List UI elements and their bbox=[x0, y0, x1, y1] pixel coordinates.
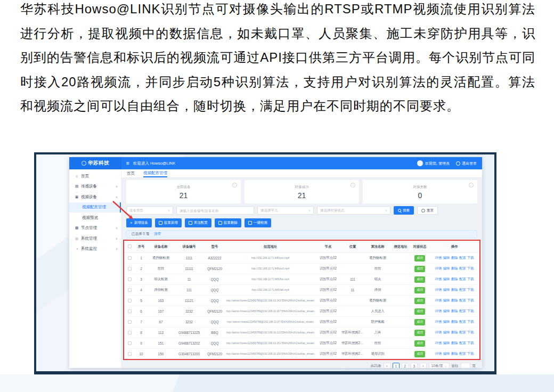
table-cell: 111 bbox=[174, 285, 204, 296]
sidebar-item[interactable]: ▣视频设备∧ bbox=[69, 192, 121, 202]
op-link[interactable]: 配置 bbox=[459, 266, 466, 270]
op-link[interactable]: 下载 bbox=[467, 266, 474, 270]
op-link[interactable]: 编辑 bbox=[443, 298, 450, 302]
device-type-select[interactable]: 设备类型∨ bbox=[126, 206, 173, 215]
op-link[interactable]: 配置 bbox=[459, 298, 466, 302]
op-link[interactable]: 编辑 bbox=[443, 266, 450, 270]
op-link[interactable]: 下载 bbox=[467, 298, 474, 302]
op-link[interactable]: 下载 bbox=[467, 341, 474, 345]
add-device-button[interactable]: +新增设备 bbox=[126, 218, 152, 227]
algorithm-config-button[interactable]: 算法配置 bbox=[185, 218, 211, 227]
op-link[interactable]: 编辑 bbox=[443, 256, 450, 259]
menu-toggle-icon[interactable]: ≡ bbox=[126, 161, 129, 166]
op-link[interactable]: 配置 bbox=[459, 352, 466, 355]
select-all-checkbox[interactable] bbox=[128, 244, 132, 248]
sidebar-item[interactable]: ◎系统管理∨ bbox=[69, 233, 121, 244]
op-link[interactable]: 删除 bbox=[451, 298, 458, 302]
op-link[interactable]: 配置 bbox=[459, 330, 466, 334]
row-checkbox[interactable] bbox=[128, 277, 132, 281]
batch-delete-button[interactable]: 批量删除 bbox=[215, 218, 241, 227]
node-select[interactable]: 请选择节点∨ bbox=[257, 206, 314, 215]
row-checkbox[interactable] bbox=[128, 299, 132, 303]
row-checkbox[interactable] bbox=[128, 341, 132, 345]
op-link[interactable]: 下载 bbox=[467, 309, 474, 313]
stat-value: 21 bbox=[126, 191, 241, 200]
row-checkbox[interactable] bbox=[128, 256, 132, 260]
op-link[interactable]: 详情 bbox=[435, 288, 442, 291]
op-link[interactable]: 删除 bbox=[451, 288, 458, 291]
op-link[interactable]: 详情 bbox=[435, 277, 442, 281]
ops-cell: 详情编辑删除配置下载 bbox=[429, 264, 479, 274]
sidebar-item[interactable]: 视频预览 bbox=[69, 213, 121, 223]
sidebar-item-label: 首页 bbox=[81, 174, 89, 179]
pagination-prev-button[interactable]: ‹ bbox=[384, 363, 390, 368]
link-status-select[interactable]: 请选择对接状态∨ bbox=[317, 206, 390, 215]
op-link[interactable]: 配置 bbox=[459, 288, 466, 291]
op-link[interactable]: 编辑 bbox=[443, 330, 450, 334]
batch-add-button[interactable]: 批量新增 bbox=[155, 218, 182, 227]
pagination-page-button[interactable]: 2 bbox=[402, 363, 409, 368]
op-link[interactable]: 配置 bbox=[459, 341, 466, 345]
pagination-page-button[interactable]: 3 bbox=[411, 363, 418, 368]
sidebar-item[interactable]: ◔系统监控∨ bbox=[69, 244, 121, 255]
row-checkbox[interactable] bbox=[128, 331, 132, 334]
pagination-pages: 123 bbox=[393, 363, 418, 368]
goto-page-input[interactable] bbox=[461, 363, 470, 368]
op-link[interactable]: 详情 bbox=[435, 266, 442, 270]
status-cell: 成功 bbox=[410, 349, 429, 360]
op-link[interactable]: 编辑 bbox=[443, 309, 450, 313]
op-link[interactable]: 详情 bbox=[435, 330, 442, 334]
op-link[interactable]: 下载 bbox=[467, 256, 474, 259]
op-link[interactable]: 下载 bbox=[467, 288, 474, 291]
op-link[interactable]: 编辑 bbox=[443, 277, 450, 281]
op-link[interactable]: 详情 bbox=[435, 320, 442, 323]
sidebar-item[interactable]: 视频配置管理 bbox=[69, 202, 121, 213]
row-checkbox[interactable] bbox=[128, 267, 132, 271]
op-link[interactable]: 详情 bbox=[435, 309, 442, 313]
op-link[interactable]: 配置 bbox=[459, 320, 466, 323]
op-link[interactable]: 删除 bbox=[451, 266, 458, 270]
row-checkbox[interactable] bbox=[128, 288, 132, 292]
op-link[interactable]: 下载 bbox=[467, 277, 474, 281]
op-link[interactable]: 删除 bbox=[451, 330, 458, 334]
row-checkbox[interactable] bbox=[128, 352, 132, 356]
op-link[interactable]: 删除 bbox=[451, 309, 458, 313]
logout-button[interactable]: 退出登录 bbox=[456, 161, 477, 166]
row-checkbox[interactable] bbox=[128, 320, 132, 324]
op-link[interactable]: 下载 bbox=[467, 320, 474, 323]
sidebar-item[interactable]: ⌂首页 bbox=[69, 171, 121, 182]
pagination-page-button[interactable]: 1 bbox=[393, 363, 400, 368]
action-label: 批量新增 bbox=[164, 220, 178, 225]
op-link[interactable]: 编辑 bbox=[443, 320, 450, 323]
search-button[interactable]: 搜索 bbox=[394, 206, 414, 215]
op-link[interactable]: 配置 bbox=[459, 309, 466, 313]
sidebar-item[interactable]: ▤传感设备∨ bbox=[69, 182, 121, 192]
op-link[interactable]: 删除 bbox=[451, 277, 458, 281]
op-link[interactable]: 配置 bbox=[459, 277, 466, 281]
tab-active[interactable]: 视频配置管理 bbox=[143, 169, 167, 177]
op-link[interactable]: 详情 bbox=[435, 341, 442, 345]
op-link[interactable]: 删除 bbox=[451, 341, 458, 345]
op-link[interactable]: 下载 bbox=[467, 330, 474, 334]
row-checkbox[interactable] bbox=[128, 309, 132, 313]
op-link[interactable]: 删除 bbox=[451, 320, 458, 323]
op-link[interactable]: 详情 bbox=[435, 352, 442, 355]
op-link[interactable]: 配置 bbox=[459, 256, 466, 259]
table-cell: 华苏科技园2号楼 bbox=[341, 349, 364, 360]
op-link[interactable]: 删除 bbox=[451, 256, 458, 259]
op-link[interactable]: 删除 bbox=[451, 352, 458, 355]
reset-button[interactable]: 重置 bbox=[417, 206, 438, 215]
pagination-next-button[interactable]: › bbox=[420, 363, 427, 368]
op-link[interactable]: 编辑 bbox=[443, 341, 450, 345]
one-key-check-button[interactable]: 一键检测 bbox=[245, 218, 271, 227]
clear-selection-link[interactable]: 清空 bbox=[154, 232, 161, 236]
op-link[interactable]: 编辑 bbox=[443, 288, 450, 291]
op-link[interactable]: 详情 bbox=[435, 298, 442, 302]
op-link[interactable]: 编辑 bbox=[443, 352, 450, 355]
tab-item[interactable]: 首页 bbox=[127, 169, 135, 177]
device-keyword-input[interactable] bbox=[176, 206, 254, 215]
sidebar-item[interactable]: ▦节点管理∨ bbox=[69, 223, 121, 234]
op-link[interactable]: 下载 bbox=[467, 352, 474, 355]
page-size-select[interactable]: 10条/页 ∨ bbox=[429, 363, 450, 368]
op-link[interactable]: 详情 bbox=[435, 256, 442, 259]
